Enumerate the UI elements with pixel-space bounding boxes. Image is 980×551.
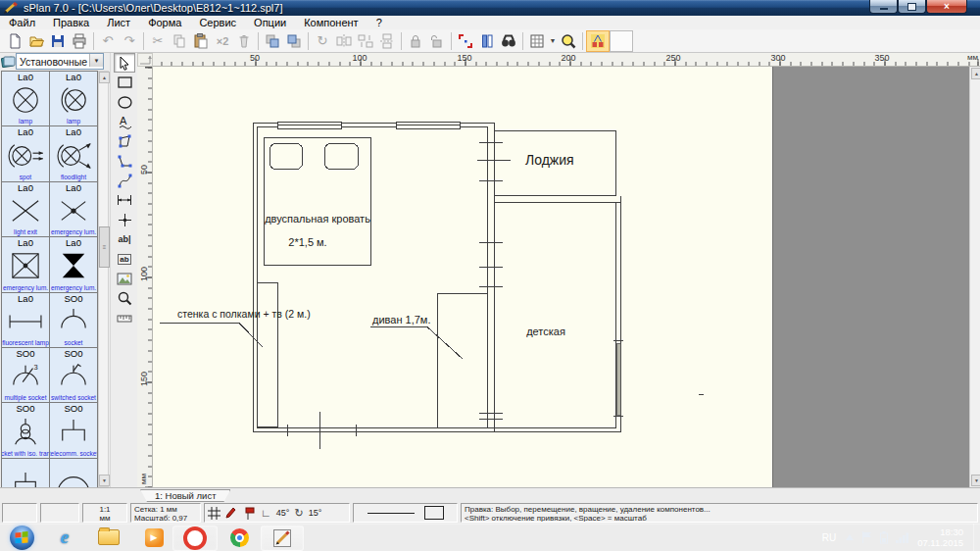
library-item-partial[interactable] [50, 459, 98, 488]
snap-mode-button[interactable] [455, 31, 476, 51]
taskbar-internet-explorer[interactable]: e [47, 526, 82, 549]
library-item-emergency-lum-boxed[interactable]: La0emergency lum. [2, 237, 50, 292]
textbox-tool[interactable]: ab [114, 249, 135, 269]
select-tool[interactable] [114, 53, 135, 73]
paste-button[interactable] [190, 31, 212, 51]
print-button[interactable] [69, 31, 90, 51]
menu-sheet[interactable]: Лист [98, 17, 139, 28]
cut-button[interactable]: ✂ [147, 31, 169, 51]
scroll-down-icon[interactable]: ▼ [971, 475, 980, 486]
hidden-icons-button[interactable] [846, 534, 854, 540]
menu-service[interactable]: Сервис [190, 17, 245, 28]
columns-view-button[interactable] [476, 31, 498, 51]
open-file-button[interactable] [25, 31, 47, 51]
group-button[interactable] [405, 31, 426, 51]
library-item-light-exit[interactable]: La0light exit [2, 182, 50, 237]
canvas-vertical-scrollbar[interactable]: ▲ ▼ [969, 67, 980, 487]
library-item-multiple-socket[interactable]: SO03multiple socket [2, 348, 50, 403]
line-style-sample[interactable] [368, 513, 415, 514]
taskbar-clock[interactable]: 18:30 07.11.2015 [917, 526, 963, 548]
node-tool[interactable] [114, 210, 135, 229]
image-tool[interactable] [114, 269, 135, 288]
rotate-button[interactable]: ↻ [312, 31, 333, 51]
show-desktop-button[interactable] [973, 524, 980, 551]
rectangle-tool[interactable] [114, 73, 135, 92]
menu-file[interactable]: Файл [0, 17, 44, 28]
library-item-floodlight[interactable]: La0floodlight [50, 126, 98, 181]
search-button[interactable] [498, 31, 519, 51]
menu-help[interactable]: ? [368, 17, 391, 28]
zoom-mode-button[interactable] [558, 31, 579, 51]
fill-style-sample[interactable] [424, 506, 444, 520]
library-item-emergency-lum-solid[interactable]: La0emergency lum. [50, 237, 98, 292]
redo-button[interactable]: ↷ [119, 31, 140, 51]
menu-edit[interactable]: Правка [44, 17, 98, 28]
zoom-tool[interactable] [114, 288, 135, 308]
send-to-back-button[interactable] [283, 31, 305, 51]
library-item-switched-socket[interactable]: SO0switched socket [50, 348, 98, 403]
language-indicator[interactable]: RU [822, 532, 836, 543]
library-item-lamp[interactable]: La0lamp [50, 72, 98, 126]
scroll-down-icon[interactable]: ▼ [99, 475, 110, 486]
grid-toggle-icon[interactable] [208, 507, 220, 520]
start-button[interactable] [4, 526, 39, 549]
autoconnect-button[interactable] [586, 30, 610, 52]
library-item-partial[interactable] [2, 459, 50, 488]
taskbar-splan-active[interactable] [261, 526, 304, 551]
taskbar-chrome[interactable] [221, 526, 257, 549]
library-category-select[interactable]: Установочные ▼ [16, 53, 104, 70]
text-tool[interactable]: ab| [114, 229, 135, 249]
library-item-socket-iso-transf[interactable]: SO0socket with iso. transf. [2, 403, 50, 458]
library-item-fluorescent-lamp[interactable]: La0fluorescent lamp [2, 293, 50, 348]
grid-settings-button[interactable] [526, 31, 548, 51]
scroll-up-icon[interactable]: ▲ [99, 72, 110, 83]
library-item-emergency-lum[interactable]: La0emergency lum. [50, 182, 98, 237]
library-scrollbar[interactable]: ▲ ≡ ▼ [98, 71, 109, 487]
save-button[interactable] [47, 31, 69, 51]
close-button[interactable]: × [926, 0, 967, 14]
restore-button[interactable] [898, 0, 926, 14]
pen-mode-icon[interactable] [225, 507, 239, 519]
bezier-tool[interactable] [114, 171, 135, 190]
menu-component[interactable]: Компонент [295, 17, 367, 28]
library-scrollbar-thumb[interactable]: ≡ [99, 226, 110, 268]
sheet-tab-1[interactable]: 1: Новый лист [140, 489, 230, 502]
distribute-button[interactable] [355, 31, 376, 51]
battery-icon[interactable] [880, 531, 888, 544]
taskbar-media-player[interactable]: ▶ [136, 526, 172, 549]
polyline-tool[interactable] [114, 151, 135, 171]
horizontal-ruler: 50 100 150 200 250 300 350 мм [153, 53, 980, 67]
pin-mode-icon[interactable] [244, 507, 256, 520]
network-signal-icon[interactable] [896, 531, 909, 543]
undo-button[interactable]: ↶ [97, 31, 119, 51]
mirror-horizontal-button[interactable] [333, 31, 355, 51]
delete-button[interactable] [233, 31, 255, 51]
drawing-canvas[interactable]: Лоджия двуспальная кровать 2*1,5 м. стен… [153, 67, 969, 487]
bring-to-front-button[interactable] [262, 31, 283, 51]
angle-icon[interactable]: ∟ [261, 509, 271, 518]
library-item-lamp[interactable]: La0lamp [2, 72, 50, 126]
polygon-tool[interactable] [114, 131, 135, 151]
dimension-tool[interactable] [114, 190, 135, 210]
rotate-step-icon[interactable]: ↻ [294, 509, 303, 518]
chevron-down-icon[interactable]: ▼ [89, 54, 103, 67]
grid-dropdown-arrow[interactable]: ▼ [548, 31, 558, 51]
menu-options[interactable]: Опции [245, 17, 295, 28]
action-center-flag-icon[interactable] [861, 531, 872, 543]
duplicate-button[interactable]: ×2 [212, 31, 233, 51]
menu-form[interactable]: Форма [139, 17, 190, 28]
library-item-socket[interactable]: SO0socket [50, 293, 98, 348]
scroll-up-icon[interactable]: ▲ [971, 68, 980, 79]
taskbar-opera[interactable] [172, 526, 218, 551]
taskbar-file-explorer[interactable] [91, 526, 126, 549]
ungroup-button[interactable] [426, 31, 448, 51]
measure-tool[interactable] [114, 308, 135, 327]
library-item-spot[interactable]: La0spot [2, 126, 50, 181]
library-item-telecomm-socket[interactable]: SO0telecomm. socket [50, 403, 98, 458]
ellipse-tool[interactable] [114, 92, 135, 112]
special-shape-tool[interactable]: A [114, 112, 135, 131]
new-file-button[interactable] [4, 31, 25, 51]
copy-button[interactable] [169, 31, 190, 51]
minimize-button[interactable] [869, 0, 898, 14]
mirror-vertical-button[interactable] [376, 31, 398, 51]
